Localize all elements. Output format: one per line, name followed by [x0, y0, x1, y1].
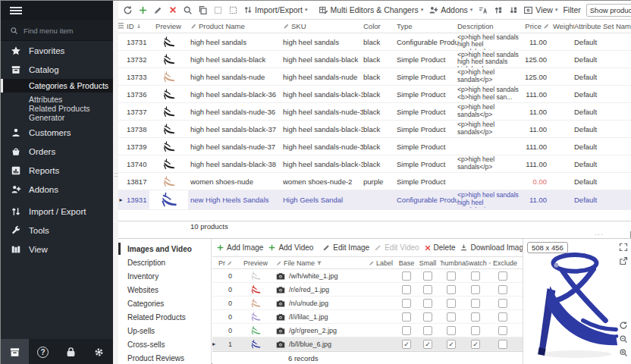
add-image-button[interactable]: Add Image — [216, 243, 263, 252]
thumbnail-checkbox[interactable] — [447, 340, 456, 349]
column-header-base[interactable]: Base — [397, 259, 419, 267]
sidebar-item-tools[interactable]: Tools — [1, 221, 113, 240]
column-header-file-name[interactable]: File Name — [276, 259, 369, 267]
column-header-description[interactable]: Description — [457, 22, 523, 30]
hamburger-menu-icon[interactable] — [10, 5, 22, 16]
table-row[interactable]: 13731 high heel sandals high heel sandal… — [118, 33, 631, 51]
sidebar-search[interactable] — [1, 20, 113, 41]
base-checkbox[interactable] — [402, 299, 411, 308]
small-checkbox[interactable] — [423, 312, 432, 322]
exclude-checkbox[interactable] — [498, 285, 507, 294]
column-header-weight[interactable]: Weight — [553, 22, 574, 30]
column-header-preview[interactable]: Preview — [238, 259, 276, 267]
tab-cross-sells[interactable]: Cross-sells — [118, 337, 211, 351]
table-row[interactable]: 13737 high heel sandals-nude-36 high hee… — [118, 103, 631, 121]
base-checkbox[interactable] — [402, 271, 411, 281]
exclude-checkbox[interactable] — [498, 312, 507, 322]
exclude-checkbox[interactable] — [498, 271, 507, 281]
column-header-small[interactable]: Small — [419, 259, 440, 267]
paste-button[interactable] — [213, 5, 223, 15]
tab-inventory[interactable]: Inventory — [118, 269, 211, 283]
addons-menu[interactable]: Addons▾ — [429, 5, 472, 15]
edit-image-button[interactable]: Edit Image — [322, 243, 369, 252]
column-header-swatch[interactable]: Swatch — [466, 259, 488, 267]
image-row[interactable]: 0 /w/h/white_1.jpg — [212, 269, 523, 283]
image-row[interactable]: 0 /g/r/green_2.jpg — [212, 324, 523, 337]
base-checkbox[interactable] — [402, 340, 411, 349]
image-row[interactable]: 0 /r/e/red_1.jpg — [212, 283, 523, 297]
base-checkbox[interactable] — [402, 326, 411, 335]
column-header-thumbnail[interactable]: Thumbna — [440, 259, 466, 267]
swatch-checkbox[interactable] — [471, 299, 480, 308]
add-video-button[interactable]: Add Video — [268, 243, 313, 252]
move-up-button[interactable] — [493, 5, 503, 15]
tab-categories[interactable]: Categories — [118, 297, 211, 310]
sidebar-item-categories-products[interactable]: Categories & Products — [1, 79, 113, 93]
import-export-menu[interactable]: Import/Export▾ — [243, 5, 308, 14]
search-input[interactable] — [24, 27, 99, 35]
help-button[interactable]: ? — [29, 339, 57, 364]
column-header-preview[interactable]: Preview — [149, 22, 190, 30]
exclude-checkbox[interactable] — [498, 340, 507, 349]
column-header-attribute-set[interactable]: Attribute Set Name — [574, 22, 631, 30]
sidebar-item-related-products-generator[interactable]: Related Products Generator — [1, 106, 113, 120]
table-row[interactable]: 13733 high heel sandals-nude high heel s… — [118, 68, 631, 86]
delete-product-button[interactable] — [168, 5, 177, 14]
filter-select[interactable]: Show products from selected categories▾ — [586, 4, 631, 17]
thumbnail-checkbox[interactable] — [447, 299, 456, 308]
swatch-checkbox[interactable] — [471, 340, 480, 349]
sidebar-item-addons[interactable]: Addons — [1, 180, 113, 199]
small-checkbox[interactable] — [423, 326, 432, 335]
splitter-grip[interactable]: ··· ··· — [113, 172, 118, 178]
thumbnail-checkbox[interactable] — [447, 271, 456, 281]
table-row[interactable]: 13736 high heel sandals-black-36 high he… — [118, 86, 631, 103]
small-checkbox[interactable] — [423, 340, 432, 349]
swatch-checkbox[interactable] — [471, 285, 480, 294]
exclude-checkbox[interactable] — [498, 299, 507, 308]
image-row[interactable]: 0 /n/u/nude.jpg — [212, 297, 523, 310]
image-row[interactable]: 0 /l/i/lilac_1.jpg — [212, 310, 523, 324]
edit-product-button[interactable] — [153, 5, 163, 15]
column-header-product-name[interactable]: Product Name — [190, 22, 283, 30]
swatch-checkbox[interactable] — [471, 271, 480, 281]
table-row[interactable]: 13738 high heel sandals-black-37 high he… — [118, 121, 631, 138]
column-header-sku[interactable]: SKU — [283, 22, 363, 30]
panel-splitter-grip[interactable]: ··· — [595, 231, 604, 238]
base-checkbox[interactable] — [402, 312, 411, 322]
thumbnail-checkbox[interactable] — [447, 285, 456, 294]
sidebar-item-reports[interactable]: Reports — [1, 161, 113, 180]
refresh-button[interactable] — [123, 5, 133, 15]
paste-special-button[interactable] — [228, 5, 238, 15]
column-header-id[interactable]: ID — [127, 22, 149, 30]
tab-description[interactable]: Description — [118, 256, 211, 269]
table-row[interactable]: 13732 high heel sandals-black high heel … — [118, 51, 631, 68]
small-checkbox[interactable] — [423, 299, 432, 308]
tab-product-reviews[interactable]: Product Reviews — [118, 351, 211, 364]
thumbnail-checkbox[interactable] — [447, 312, 456, 322]
column-header-position[interactable]: Pr — [218, 259, 238, 267]
view-menu[interactable]: View▾ — [523, 5, 557, 15]
table-row[interactable]: 13817 women shoes-nude women shoes-nude-… — [118, 173, 631, 190]
copy-button[interactable] — [198, 5, 208, 15]
table-row[interactable]: 13739 high heel sandals-nude-37 high hee… — [118, 138, 631, 155]
exclude-checkbox[interactable] — [498, 326, 507, 335]
filter-az-button[interactable] — [478, 5, 488, 15]
table-row[interactable]: 13740 high heel sandals-black-38 high he… — [118, 155, 631, 173]
settings-button[interactable] — [85, 339, 113, 364]
store-manager-button[interactable] — [1, 339, 29, 364]
sidebar-item-view[interactable]: View — [1, 240, 113, 259]
small-checkbox[interactable] — [423, 271, 432, 281]
move-down-button[interactable] — [508, 5, 518, 15]
tab-websites[interactable]: Websites — [118, 283, 211, 297]
column-chooser-icon[interactable] — [118, 23, 127, 30]
column-header-label[interactable]: Label — [369, 259, 397, 267]
column-header-exclude[interactable]: Exclude — [488, 259, 520, 267]
add-product-button[interactable] — [138, 5, 148, 15]
download-image-button[interactable]: Download Image — [460, 243, 527, 252]
multi-editors-menu[interactable]: Multi Editors & Changers▾ — [319, 5, 424, 15]
edit-video-button[interactable]: Edit Video — [374, 243, 419, 252]
delete-image-button[interactable]: Delete — [424, 243, 456, 252]
sidebar-item-import-export[interactable]: Import / Export — [1, 202, 113, 221]
swatch-checkbox[interactable] — [471, 326, 480, 335]
table-row-selected[interactable]: ▸ 13931 new High Heels Sandals High Geel… — [118, 190, 631, 210]
